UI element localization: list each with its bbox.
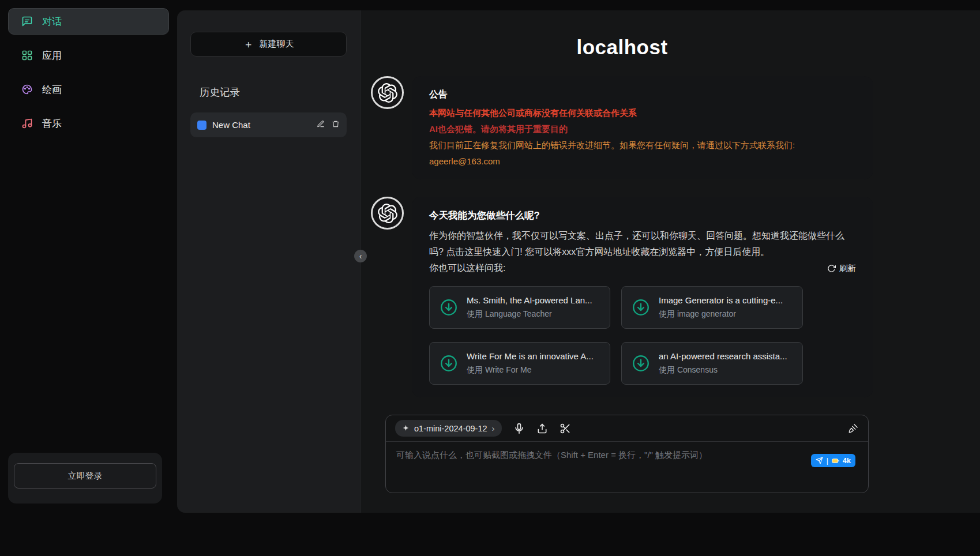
suggestion-title: an AI-powered research assista... <box>659 351 787 361</box>
message-input[interactable]: 可输入说点什么，也可贴截图或拖拽文件（Shift + Enter = 换行，"/… <box>386 442 868 493</box>
upload-icon <box>536 423 548 434</box>
input-placeholder: 可输入说点什么，也可贴截图或拖拽文件（Shift + Enter = 换行，"/… <box>396 450 858 461</box>
openai-logo-icon <box>378 83 397 103</box>
suggestion-card[interactable]: an AI-powered research assista... 使用 Con… <box>621 342 803 385</box>
delete-icon[interactable] <box>332 120 340 130</box>
suggestion-grid: Ms. Smith, the AI-powered Lan... 使用 Lang… <box>429 286 856 385</box>
contact-email-link[interactable]: ageerle@163.com <box>429 156 500 166</box>
send-button[interactable]: | 4k <box>811 454 855 467</box>
suggestion-text: Write For Me is an innovative A... 使用 Wr… <box>467 351 594 375</box>
sidebar-item-apps[interactable]: 应用 <box>8 42 169 69</box>
sidebar-item-label: 绘画 <box>42 83 62 96</box>
palette-icon <box>21 84 33 95</box>
suggestion-subtitle: 使用 Consensus <box>659 365 787 375</box>
openai-logo-icon <box>378 204 397 223</box>
composer-toolbar: o1-mini-2024-09-12 › <box>386 415 868 442</box>
history-title: 历史记录 <box>200 85 347 99</box>
announcement-line-3: 我们目前正在修复我们网站上的错误并改进细节。如果您有任何疑问，请通过以下方式联系… <box>429 139 856 151</box>
assistant-avatar <box>371 197 404 230</box>
token-count: 4k <box>843 457 851 465</box>
suggestion-title: Write For Me is an innovative A... <box>467 351 594 361</box>
refresh-button[interactable]: 刷新 <box>827 263 856 274</box>
announcement-line-2: AI也会犯错。请勿将其用于重要目的 <box>429 123 856 135</box>
suggestion-title: Image Generator is a cutting-e... <box>659 295 783 305</box>
divider: | <box>827 457 828 465</box>
sidebar-item-music[interactable]: 音乐 <box>8 110 169 137</box>
new-chat-label: 新建聊天 <box>260 39 294 50</box>
suggestion-subtitle: 使用 Write For Me <box>467 365 594 375</box>
collapse-sidebar-button[interactable]: ‹ <box>354 250 367 262</box>
welcome-message: 今天我能为您做些什么呢? 作为你的智慧伙伴，我不仅可以写文案、出点子，还可以和你… <box>371 197 873 397</box>
suggestion-card[interactable]: Write For Me is an innovative A... 使用 Wr… <box>429 342 610 385</box>
assistant-avatar <box>371 76 404 109</box>
battery-icon <box>832 458 839 464</box>
sidebar: 对话 应用 绘画 音乐 立即登录 <box>0 0 177 556</box>
suggestion-text: Ms. Smith, the AI-powered Lan... 使用 Lang… <box>467 295 592 320</box>
suggestion-title: Ms. Smith, the AI-powered Lan... <box>467 295 592 305</box>
announcement-title: 公告 <box>429 89 856 101</box>
content-panel: ＋ 新建聊天 历史记录 New Chat ‹ <box>177 10 980 513</box>
login-card: 立即登录 <box>8 453 162 504</box>
suggestion-text: an AI-powered research assista... 使用 Con… <box>659 351 787 375</box>
chat-list-column: ＋ 新建聊天 历史记录 New Chat <box>177 10 361 513</box>
suggestion-subtitle: 使用 Language Teacher <box>467 309 592 320</box>
model-name: o1-mini-2024-09-12 <box>414 424 487 433</box>
new-chat-button[interactable]: ＋ 新建聊天 <box>190 32 347 57</box>
upload-button[interactable] <box>536 423 548 434</box>
microphone-icon <box>513 423 525 434</box>
ask-hint: 你也可以这样问我: <box>429 262 505 275</box>
ask-row: 你也可以这样问我: 刷新 <box>429 262 856 275</box>
sidebar-item-label: 对话 <box>42 15 62 28</box>
sidebar-item-label: 音乐 <box>42 117 62 130</box>
chevron-right-icon: › <box>492 423 495 433</box>
sidebar-item-chat[interactable]: 对话 <box>8 8 169 35</box>
announcement-message: 公告 本网站与任何其他公司或商标没有任何关联或合作关系 AI也会犯错。请勿将其用… <box>371 76 873 179</box>
download-circle-icon <box>631 298 651 317</box>
welcome-body: 作为你的智慧伙伴，我不仅可以写文案、出点子，还可以和你聊天、回答问题。想知道我还… <box>429 228 856 260</box>
send-plane-icon <box>816 457 823 464</box>
microphone-button[interactable] <box>513 423 525 434</box>
welcome-card: 今天我能为您做些什么呢? 作为你的智慧伙伴，我不仅可以写文案、出点子，还可以和你… <box>412 197 873 397</box>
clip-button[interactable] <box>560 423 571 434</box>
plus-icon: ＋ <box>243 39 254 50</box>
scissors-icon <box>560 423 571 434</box>
app-window: 对话 应用 绘画 音乐 立即登录 ＋ <box>0 0 980 556</box>
edit-icon[interactable] <box>317 120 325 130</box>
apps-grid-icon <box>21 50 33 61</box>
download-circle-icon <box>439 354 459 373</box>
refresh-icon <box>827 264 836 273</box>
chat-avatar-icon <box>197 121 206 130</box>
sidebar-item-paint[interactable]: 绘画 <box>8 76 169 103</box>
announcement-line-1: 本网站与任何其他公司或商标没有任何关联或合作关系 <box>429 107 856 119</box>
chevron-left-icon: ‹ <box>359 251 362 261</box>
broom-icon <box>847 423 859 434</box>
chat-content: localhost 公告 本网站与任何其他公司或商标没有任何关联或合作关系 AI… <box>371 36 873 513</box>
suggestion-text: Image Generator is a cutting-e... 使用 ima… <box>659 295 783 320</box>
sparkle-icon <box>402 424 410 432</box>
model-selector[interactable]: o1-mini-2024-09-12 › <box>395 420 502 437</box>
suggestion-card[interactable]: Ms. Smith, the AI-powered Lan... 使用 Lang… <box>429 286 610 329</box>
announcement-card: 公告 本网站与任何其他公司或商标没有任何关联或合作关系 AI也会犯错。请勿将其用… <box>412 76 873 179</box>
suggestion-subtitle: 使用 image generator <box>659 309 783 320</box>
chat-item-title: New Chat <box>212 120 311 130</box>
music-note-icon <box>21 118 33 129</box>
chat-item-actions <box>317 120 340 130</box>
chat-bubble-icon <box>21 16 33 27</box>
suggestion-card[interactable]: Image Generator is a cutting-e... 使用 ima… <box>621 286 803 329</box>
login-button[interactable]: 立即登录 <box>14 463 156 489</box>
download-circle-icon <box>631 354 651 373</box>
composer: o1-mini-2024-09-12 › <box>385 415 869 493</box>
page-title: localhost <box>371 36 873 59</box>
download-circle-icon <box>439 298 459 317</box>
sidebar-item-label: 应用 <box>42 49 62 62</box>
main-area: localhost 公告 本网站与任何其他公司或商标没有任何关联或合作关系 AI… <box>361 10 980 513</box>
chat-history-item[interactable]: New Chat <box>190 112 347 137</box>
refresh-label: 刷新 <box>839 263 856 274</box>
clear-context-button[interactable] <box>847 423 859 434</box>
welcome-title: 今天我能为您做些什么呢? <box>429 209 856 222</box>
